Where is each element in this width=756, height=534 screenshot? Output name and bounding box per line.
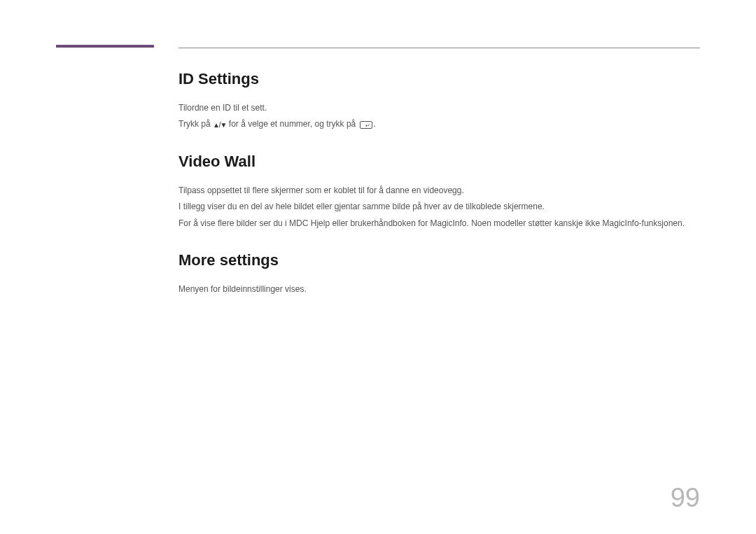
page-content: ID Settings Tilordne en ID til et sett. … <box>178 70 700 298</box>
text-video-wall-1: Tilpass oppsettet til flere skjermer som… <box>178 183 700 197</box>
text-more-settings-1: Menyen for bildeinnstillinger vises. <box>178 282 700 296</box>
text-fragment: . <box>374 119 376 129</box>
text-id-settings-1: Tilordne en ID til et sett. <box>178 101 700 115</box>
text-video-wall-3: For å vise flere bilder ser du i MDC Hje… <box>178 216 700 230</box>
text-id-settings-2: Trykk på ▲/▼ for å velge et nummer, og t… <box>178 117 700 131</box>
page-number: 99 <box>671 483 700 513</box>
heading-video-wall: Video Wall <box>178 153 700 171</box>
text-fragment: Trykk på <box>178 119 213 129</box>
top-divider <box>178 48 700 48</box>
heading-id-settings: ID Settings <box>178 70 700 88</box>
text-fragment: for å velge et nummer, og trykk på <box>226 119 358 129</box>
text-video-wall-2: I tillegg viser du en del av hele bildet… <box>178 199 700 213</box>
enter-icon <box>360 121 372 129</box>
up-down-icon: ▲/▼ <box>213 119 227 131</box>
heading-more-settings: More settings <box>178 251 700 269</box>
accent-bar <box>56 45 154 48</box>
